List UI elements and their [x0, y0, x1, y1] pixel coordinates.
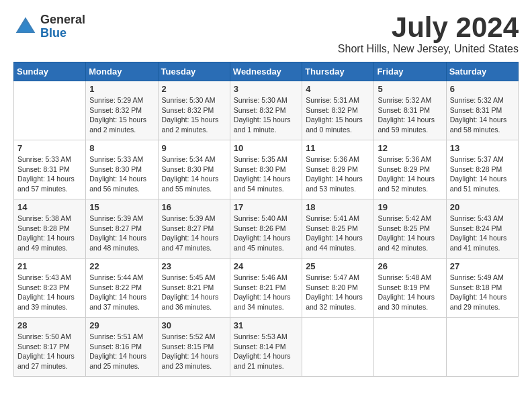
- day-info: Sunrise: 5:43 AM Sunset: 8:23 PM Dayligh…: [17, 273, 82, 312]
- calendar-cell: 10Sunrise: 5:35 AM Sunset: 8:30 PM Dayli…: [230, 140, 302, 199]
- header-cell-thursday: Thursday: [302, 62, 374, 81]
- logo: General Blue: [13, 13, 85, 40]
- calendar-cell: 15Sunrise: 5:39 AM Sunset: 8:27 PM Dayli…: [86, 199, 158, 259]
- logo-icon: [13, 15, 38, 39]
- calendar-cell: 19Sunrise: 5:42 AM Sunset: 8:25 PM Dayli…: [374, 199, 446, 259]
- day-info: Sunrise: 5:38 AM Sunset: 8:28 PM Dayligh…: [17, 214, 82, 253]
- calendar-cell: [14, 81, 86, 140]
- calendar-cell: 1Sunrise: 5:29 AM Sunset: 8:32 PM Daylig…: [86, 81, 158, 140]
- day-number: 7: [17, 143, 82, 153]
- logo-general: General: [40, 13, 85, 27]
- calendar-cell: 7Sunrise: 5:33 AM Sunset: 8:31 PM Daylig…: [14, 140, 86, 199]
- calendar-cell: 20Sunrise: 5:43 AM Sunset: 8:24 PM Dayli…: [446, 199, 518, 259]
- day-info: Sunrise: 5:50 AM Sunset: 8:17 PM Dayligh…: [17, 332, 82, 371]
- calendar-cell: 17Sunrise: 5:40 AM Sunset: 8:26 PM Dayli…: [230, 199, 302, 259]
- calendar-cell: 12Sunrise: 5:36 AM Sunset: 8:29 PM Dayli…: [374, 140, 446, 199]
- calendar-cell: 2Sunrise: 5:30 AM Sunset: 8:32 PM Daylig…: [158, 81, 230, 140]
- month-year-title: July 2024: [338, 13, 519, 42]
- day-info: Sunrise: 5:47 AM Sunset: 8:20 PM Dayligh…: [306, 273, 370, 312]
- calendar-cell: 26Sunrise: 5:48 AM Sunset: 8:19 PM Dayli…: [374, 259, 446, 318]
- calendar-week-2: 14Sunrise: 5:38 AM Sunset: 8:28 PM Dayli…: [14, 199, 519, 259]
- calendar-cell: 23Sunrise: 5:45 AM Sunset: 8:21 PM Dayli…: [158, 259, 230, 318]
- day-info: Sunrise: 5:29 AM Sunset: 8:32 PM Dayligh…: [89, 95, 154, 135]
- day-info: Sunrise: 5:41 AM Sunset: 8:25 PM Dayligh…: [306, 214, 370, 253]
- calendar-cell: 3Sunrise: 5:30 AM Sunset: 8:32 PM Daylig…: [230, 81, 302, 140]
- day-number: 23: [162, 261, 226, 271]
- calendar-cell: 4Sunrise: 5:31 AM Sunset: 8:32 PM Daylig…: [302, 81, 374, 140]
- header-cell-tuesday: Tuesday: [158, 62, 230, 81]
- calendar-cell: 31Sunrise: 5:53 AM Sunset: 8:14 PM Dayli…: [230, 318, 302, 377]
- header-cell-monday: Monday: [86, 62, 158, 81]
- calendar-header: SundayMondayTuesdayWednesdayThursdayFrid…: [14, 62, 519, 81]
- header-cell-sunday: Sunday: [14, 62, 86, 81]
- calendar-week-3: 21Sunrise: 5:43 AM Sunset: 8:23 PM Dayli…: [14, 259, 519, 318]
- day-info: Sunrise: 5:42 AM Sunset: 8:25 PM Dayligh…: [378, 214, 442, 253]
- calendar-cell: 24Sunrise: 5:46 AM Sunset: 8:21 PM Dayli…: [230, 259, 302, 318]
- day-number: 27: [450, 261, 515, 271]
- day-info: Sunrise: 5:46 AM Sunset: 8:21 PM Dayligh…: [234, 273, 298, 312]
- day-info: Sunrise: 5:31 AM Sunset: 8:32 PM Dayligh…: [306, 95, 370, 135]
- calendar-cell: 29Sunrise: 5:51 AM Sunset: 8:16 PM Dayli…: [86, 318, 158, 377]
- day-info: Sunrise: 5:30 AM Sunset: 8:32 PM Dayligh…: [162, 95, 226, 135]
- day-number: 22: [89, 261, 154, 271]
- day-number: 11: [306, 143, 370, 153]
- day-number: 31: [234, 320, 298, 330]
- day-info: Sunrise: 5:45 AM Sunset: 8:21 PM Dayligh…: [162, 273, 226, 312]
- calendar-body: 1Sunrise: 5:29 AM Sunset: 8:32 PM Daylig…: [14, 81, 519, 377]
- day-info: Sunrise: 5:33 AM Sunset: 8:30 PM Dayligh…: [89, 154, 154, 194]
- day-info: Sunrise: 5:53 AM Sunset: 8:14 PM Dayligh…: [234, 332, 298, 371]
- day-number: 19: [378, 202, 442, 212]
- calendar-week-1: 7Sunrise: 5:33 AM Sunset: 8:31 PM Daylig…: [14, 140, 519, 199]
- day-number: 9: [162, 143, 226, 153]
- day-number: 30: [162, 320, 226, 330]
- day-number: 1: [89, 84, 154, 94]
- day-number: 28: [17, 320, 82, 330]
- day-info: Sunrise: 5:36 AM Sunset: 8:29 PM Dayligh…: [306, 154, 370, 194]
- calendar-cell: 9Sunrise: 5:34 AM Sunset: 8:30 PM Daylig…: [158, 140, 230, 199]
- calendar-cell: 22Sunrise: 5:44 AM Sunset: 8:22 PM Dayli…: [86, 259, 158, 318]
- calendar-cell: 21Sunrise: 5:43 AM Sunset: 8:23 PM Dayli…: [14, 259, 86, 318]
- calendar-cell: 8Sunrise: 5:33 AM Sunset: 8:30 PM Daylig…: [86, 140, 158, 199]
- day-info: Sunrise: 5:34 AM Sunset: 8:30 PM Dayligh…: [162, 154, 226, 194]
- calendar-cell: 30Sunrise: 5:52 AM Sunset: 8:15 PM Dayli…: [158, 318, 230, 377]
- day-number: 12: [378, 143, 442, 153]
- day-number: 3: [234, 84, 298, 94]
- calendar-cell: 16Sunrise: 5:39 AM Sunset: 8:27 PM Dayli…: [158, 199, 230, 259]
- header-cell-wednesday: Wednesday: [230, 62, 302, 81]
- logo-text: General Blue: [40, 13, 85, 40]
- title-block: July 2024 Short Hills, New Jersey, Unite…: [338, 13, 519, 55]
- day-number: 15: [89, 202, 154, 212]
- day-info: Sunrise: 5:43 AM Sunset: 8:24 PM Dayligh…: [450, 214, 515, 253]
- location-subtitle: Short Hills, New Jersey, United States: [338, 43, 519, 55]
- day-info: Sunrise: 5:49 AM Sunset: 8:18 PM Dayligh…: [450, 273, 515, 312]
- calendar-cell: 18Sunrise: 5:41 AM Sunset: 8:25 PM Dayli…: [302, 199, 374, 259]
- calendar-cell: 14Sunrise: 5:38 AM Sunset: 8:28 PM Dayli…: [14, 199, 86, 259]
- day-number: 13: [450, 143, 515, 153]
- day-info: Sunrise: 5:36 AM Sunset: 8:29 PM Dayligh…: [378, 154, 442, 194]
- calendar-cell: [302, 318, 374, 377]
- header-cell-saturday: Saturday: [446, 62, 518, 81]
- day-number: 26: [378, 261, 442, 271]
- day-number: 24: [234, 261, 298, 271]
- day-number: 16: [162, 202, 226, 212]
- calendar-week-4: 28Sunrise: 5:50 AM Sunset: 8:17 PM Dayli…: [14, 318, 519, 377]
- calendar-cell: 5Sunrise: 5:32 AM Sunset: 8:31 PM Daylig…: [374, 81, 446, 140]
- day-info: Sunrise: 5:33 AM Sunset: 8:31 PM Dayligh…: [17, 154, 82, 194]
- header-row: SundayMondayTuesdayWednesdayThursdayFrid…: [14, 62, 519, 81]
- day-number: 5: [378, 84, 442, 94]
- day-info: Sunrise: 5:40 AM Sunset: 8:26 PM Dayligh…: [234, 214, 298, 253]
- day-number: 4: [306, 84, 370, 94]
- calendar-cell: 25Sunrise: 5:47 AM Sunset: 8:20 PM Dayli…: [302, 259, 374, 318]
- day-info: Sunrise: 5:51 AM Sunset: 8:16 PM Dayligh…: [89, 332, 154, 371]
- day-number: 18: [306, 202, 370, 212]
- day-number: 14: [17, 202, 82, 212]
- calendar-cell: [446, 318, 518, 377]
- day-info: Sunrise: 5:35 AM Sunset: 8:30 PM Dayligh…: [234, 154, 298, 194]
- day-number: 29: [89, 320, 154, 330]
- header-cell-friday: Friday: [374, 62, 446, 81]
- day-number: 10: [234, 143, 298, 153]
- day-number: 25: [306, 261, 370, 271]
- day-number: 2: [162, 84, 226, 94]
- day-info: Sunrise: 5:39 AM Sunset: 8:27 PM Dayligh…: [89, 214, 154, 253]
- day-info: Sunrise: 5:32 AM Sunset: 8:31 PM Dayligh…: [378, 95, 442, 135]
